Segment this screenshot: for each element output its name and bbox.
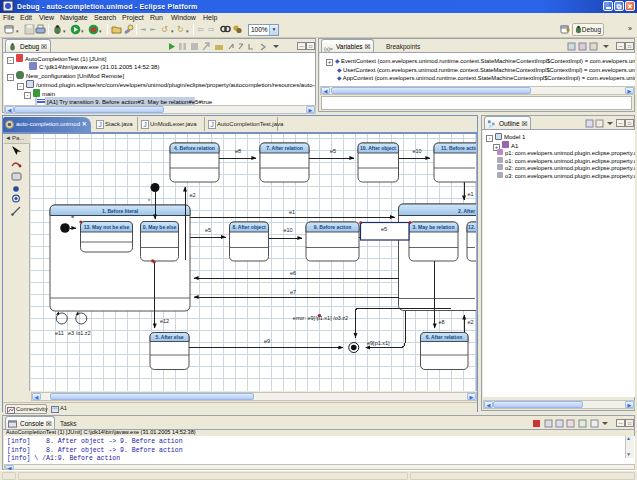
- svg-text:e2: e2: [468, 319, 474, 325]
- svg-text:e10: e10: [283, 227, 292, 233]
- svg-text:3. May be relation: 3. May be relation: [413, 224, 455, 230]
- svg-text:e1: e1: [468, 191, 474, 197]
- svg-text:1. Before literal: 1. Before literal: [102, 208, 139, 214]
- svg-text:7. After relation: 7. After relation: [266, 145, 303, 151]
- svg-text:e6: e6: [290, 270, 296, 276]
- svg-text:e8: e8: [235, 148, 241, 154]
- svg-text:12. A: 12. A: [468, 224, 476, 230]
- svg-text:e9[p1.x1]: e9[p1.x1]: [367, 340, 390, 346]
- svg-text:e2: e2: [190, 192, 196, 198]
- svg-text:e12: e12: [160, 318, 169, 324]
- svg-text:e5: e5: [205, 227, 211, 233]
- svg-text:J: J: [143, 121, 147, 128]
- svg-text:8. After object: 8. After object: [232, 224, 265, 230]
- svg-text:10. After object: 10. After object: [360, 145, 396, 151]
- svg-text:9. Before action: 9. Before action: [314, 224, 352, 230]
- svg-text:e5: e5: [330, 148, 336, 154]
- svg-text:e5: e5: [381, 226, 387, 232]
- svg-text:e10: e10: [412, 148, 421, 154]
- svg-text:e7: e7: [290, 289, 296, 295]
- svg-text:e1: e1: [289, 209, 295, 215]
- svg-text:5. After else: 5. After else: [155, 334, 183, 340]
- svg-text:J: J: [210, 121, 214, 128]
- svg-text:e9: e9: [264, 338, 270, 344]
- svg-text:*: *: [148, 198, 151, 204]
- svg-text:4. Before relation: 4. Before relation: [174, 145, 215, 151]
- svg-text:e11: e11: [55, 330, 64, 336]
- svg-text:J: J: [98, 121, 102, 128]
- svg-text:13. May not be else: 13. May not be else: [84, 224, 130, 230]
- svg-text:6. After relation: 6. After relation: [426, 334, 463, 340]
- svg-text:2. After literal: 2. After literal: [458, 208, 476, 214]
- svg-text:e3 /o1.z2: e3 /o1.z2: [68, 330, 91, 336]
- svg-text:e8: e8: [439, 319, 445, 325]
- svg-text:11. Before action: 11. Before action: [441, 145, 476, 151]
- svg-text:0. May be else: 0. May be else: [143, 224, 177, 230]
